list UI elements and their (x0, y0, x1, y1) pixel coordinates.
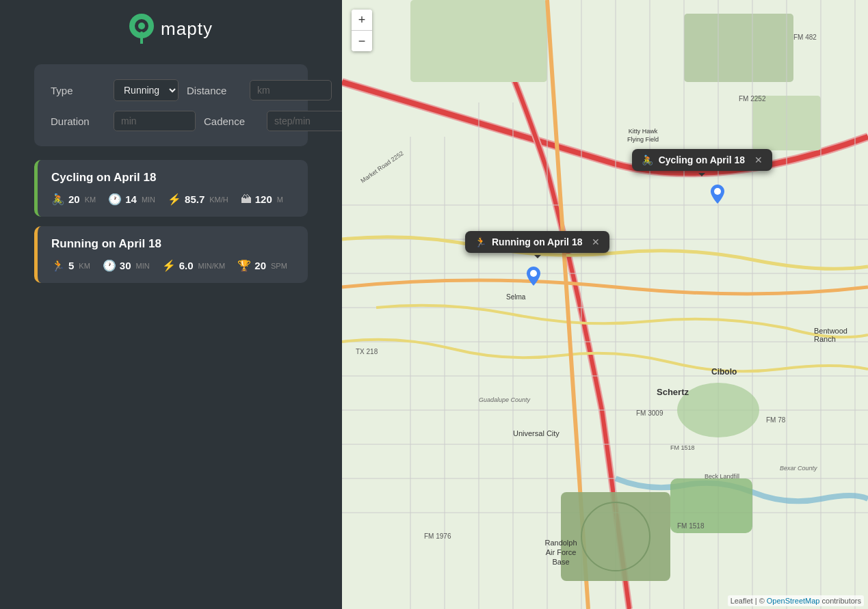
map-marker-running[interactable] (527, 267, 540, 286)
workout-stats-cycling: 🚴 20 KM 🕐 14 MIN ⚡ 85.7 KM/H 🏔 120 M (51, 193, 294, 206)
map-tiles: Market Road 2252 FM 2252 FM 3009 FM 78 F… (342, 0, 868, 609)
svg-text:Flying Field: Flying Field (627, 136, 659, 143)
map-area[interactable]: Market Road 2252 FM 2252 FM 3009 FM 78 F… (342, 0, 868, 609)
popup-cycling-text: Cycling on April 18 (659, 154, 745, 165)
zoom-out-button[interactable]: − (352, 31, 372, 51)
svg-rect-5 (684, 14, 793, 82)
distance-icon-running: 🏃 (51, 259, 65, 272)
svg-text:Air Force: Air Force (546, 548, 577, 556)
stat-distance-cycling: 🚴 20 KM (51, 193, 96, 206)
popup-cycling-icon: 🚴 (642, 154, 653, 165)
svg-text:Ranch: Ranch (814, 335, 836, 343)
stat-speed-cycling: ⚡ 85.7 KM/H (168, 193, 228, 206)
zoom-in-button[interactable]: + (352, 10, 372, 30)
duration-icon-running: 🕐 (103, 259, 116, 272)
type-label: Type (51, 85, 105, 96)
svg-point-58 (530, 270, 537, 277)
svg-point-2 (138, 23, 145, 29)
workout-card-running[interactable]: Running on April 18 🏃 5 KM 🕐 30 MIN ⚡ 6.… (34, 226, 308, 283)
duration-value-running: 30 (120, 260, 131, 271)
svg-text:Bentwood: Bentwood (814, 327, 847, 335)
cadence-icon-running: 🏆 (237, 259, 251, 272)
stat-duration-running: 🕐 30 MIN (103, 259, 150, 272)
duration-label: Duration (51, 116, 105, 127)
svg-text:FM 3009: FM 3009 (636, 409, 663, 417)
elev-unit-cycling: M (277, 195, 283, 204)
distance-value-cycling: 20 (68, 193, 80, 205)
speed-value-cycling: 85.7 (185, 193, 205, 205)
svg-text:FM 1976: FM 1976 (424, 532, 451, 540)
svg-text:Randolph: Randolph (544, 539, 577, 547)
workout-card-cycling[interactable]: Cycling on April 18 🚴 20 KM 🕐 14 MIN ⚡ 8… (34, 160, 308, 217)
zoom-controls: + − (352, 10, 372, 51)
distance-unit-running: KM (79, 262, 90, 270)
distance-unit-cycling: KM (85, 195, 96, 204)
svg-point-31 (677, 383, 759, 437)
contributors-text: contributors (822, 597, 861, 605)
workout-title-cycling: Cycling on April 18 (51, 171, 294, 185)
cadence-input[interactable] (267, 111, 349, 131)
logo-area: mapty (129, 14, 213, 44)
workout-stats-running: 🏃 5 KM 🕐 30 MIN ⚡ 6.0 MIN/KM 🏆 20 SPM (51, 259, 294, 272)
elev-icon-cycling: 🏔 (241, 193, 252, 206)
cadence-label: Cadence (204, 116, 259, 127)
svg-text:FM 78: FM 78 (766, 416, 786, 424)
duration-input[interactable] (114, 111, 196, 131)
svg-text:FM 2252: FM 2252 (739, 95, 766, 103)
speed-icon-cycling: ⚡ (168, 193, 181, 206)
svg-text:Selma: Selma (506, 293, 526, 301)
popup-running-close[interactable]: ✕ (592, 237, 600, 247)
popup-running-icon: 🏃 (475, 236, 486, 247)
svg-text:Base: Base (552, 558, 569, 566)
pace-value-running: 6.0 (179, 260, 194, 271)
distance-icon-cycling: 🚴 (51, 193, 65, 206)
svg-text:Schertz: Schertz (657, 387, 689, 397)
osm-link[interactable]: OpenStreetMap (767, 597, 820, 605)
pace-unit-running: MIN/KM (198, 262, 226, 270)
popup-cycling-close[interactable]: ✕ (754, 155, 763, 165)
pace-icon-running: ⚡ (162, 259, 176, 272)
stat-pace-running: ⚡ 6.0 MIN/KM (162, 259, 226, 272)
sidebar: mapty Type Running Cycling Distance Dura… (0, 0, 342, 609)
distance-value-running: 5 (68, 260, 74, 271)
type-select[interactable]: Running Cycling (114, 79, 179, 101)
cadence-unit-running: SPM (271, 262, 287, 270)
distance-input[interactable] (250, 80, 332, 100)
svg-rect-33 (561, 492, 670, 581)
map-background: Market Road 2252 FM 2252 FM 3009 FM 78 F… (342, 0, 868, 609)
svg-text:Bexar County: Bexar County (780, 465, 817, 472)
speed-unit-cycling: KM/H (209, 195, 228, 204)
svg-text:Beck Landfill: Beck Landfill (705, 473, 739, 480)
duration-unit-cycling: MIN (142, 195, 155, 204)
attribution-separator: | © (755, 597, 767, 605)
duration-icon-cycling: 🕐 (108, 193, 122, 206)
svg-text:FM 482: FM 482 (793, 33, 817, 41)
stat-elev-cycling: 🏔 120 M (241, 193, 283, 206)
leaflet-credit: Leaflet (731, 597, 753, 605)
svg-text:Universal City: Universal City (513, 429, 560, 437)
svg-text:FM 1518: FM 1518 (677, 522, 705, 530)
popup-cycling: 🚴 Cycling on April 18 ✕ (632, 149, 772, 171)
mapty-logo-icon (129, 14, 154, 44)
elev-value-cycling: 120 (255, 193, 272, 205)
svg-text:Guadalupe County: Guadalupe County (479, 396, 531, 403)
svg-rect-4 (410, 0, 547, 82)
map-attribution: Leaflet | © OpenStreetMap contributors (728, 595, 864, 606)
svg-text:FM 1518: FM 1518 (670, 444, 695, 451)
popup-running-text: Running on April 18 (492, 236, 582, 247)
svg-text:Cibolo: Cibolo (711, 367, 737, 377)
distance-label: Distance (187, 85, 241, 96)
workout-title-running: Running on April 18 (51, 237, 294, 251)
stat-distance-running: 🏃 5 KM (51, 259, 90, 272)
duration-value-cycling: 14 (125, 193, 137, 205)
svg-text:Kitty Hawk: Kitty Hawk (629, 128, 658, 135)
app-title: mapty (161, 18, 213, 40)
duration-unit-running: MIN (136, 262, 150, 270)
map-marker-cycling[interactable] (711, 185, 724, 204)
workout-form: Type Running Cycling Distance Duration C… (34, 64, 308, 146)
popup-running: 🏃 Running on April 18 ✕ (465, 231, 609, 253)
stat-duration-cycling: 🕐 14 MIN (108, 193, 155, 206)
svg-text:TX 218: TX 218 (356, 348, 378, 355)
svg-point-59 (714, 188, 721, 195)
cadence-value-running: 20 (254, 260, 266, 271)
